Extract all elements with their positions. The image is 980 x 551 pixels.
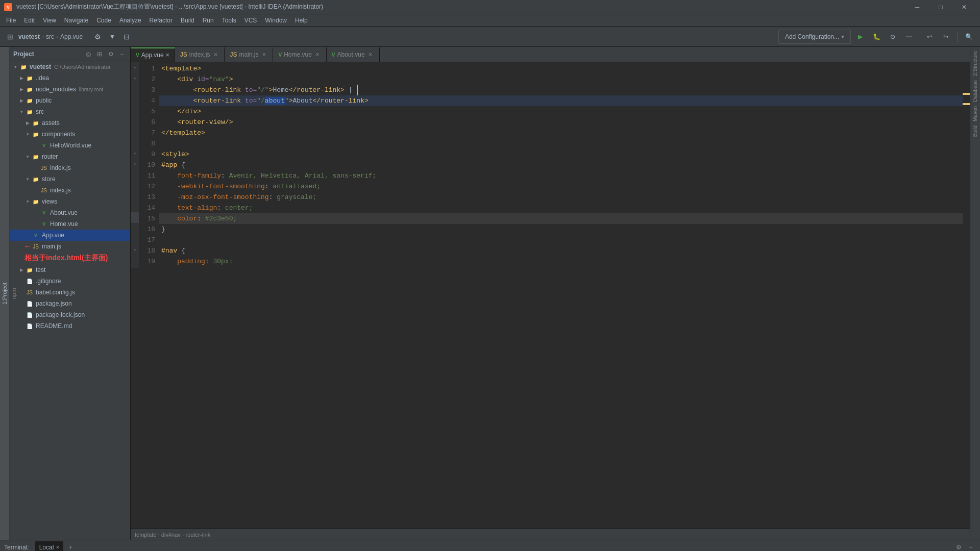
editor-content[interactable]: ▾ ▾ ▾ ▾ ▾ bbox=[131, 62, 970, 529]
search-btn[interactable]: 🔍 bbox=[962, 30, 976, 44]
bc-divnav[interactable]: div#nav bbox=[161, 532, 181, 538]
run-button[interactable]: ▶ bbox=[853, 30, 867, 44]
tab-close-about-vue[interactable]: × bbox=[367, 51, 374, 58]
tree-item-about-vue[interactable]: ▶ V About.vue bbox=[10, 207, 130, 218]
code-line-6: <router-view/> bbox=[159, 117, 963, 128]
code-line-11: font-family : Avenir, Helvetica, Arial, … bbox=[159, 170, 963, 181]
menu-run[interactable]: Run bbox=[199, 14, 218, 27]
menu-tools[interactable]: Tools bbox=[218, 14, 240, 27]
code-lines[interactable]: <template> <div id= "nav" > <router bbox=[159, 62, 963, 268]
tree-item-package-lock[interactable]: ▶ 📄 package-lock.json bbox=[10, 309, 130, 320]
menu-code[interactable]: Code bbox=[92, 14, 115, 27]
menu-file[interactable]: File bbox=[2, 14, 20, 27]
debug-button[interactable]: 🐛 bbox=[869, 30, 884, 44]
code-close-template: </template> bbox=[161, 128, 205, 138]
tab-modified-app-vue: × bbox=[166, 52, 169, 59]
code-val-color: #2c3e50; bbox=[205, 213, 237, 224]
tree-item-src[interactable]: ▾ 📁 src bbox=[10, 106, 130, 117]
toolbar-sidebar-btn[interactable]: ⊟ bbox=[120, 30, 133, 44]
terminal-tab-local[interactable]: Local × bbox=[35, 541, 64, 552]
bc-router-link[interactable]: router-link bbox=[185, 532, 210, 538]
tree-item-test[interactable]: ▶ 📁 test bbox=[10, 264, 130, 276]
minimize-button[interactable]: ─ bbox=[905, 0, 929, 14]
more-run-button[interactable]: ⋯ bbox=[902, 30, 916, 44]
code-attr-to2: to= bbox=[245, 95, 257, 106]
tab-index-js[interactable]: JS index.js × bbox=[175, 47, 225, 62]
gutter-warn-2 bbox=[963, 103, 970, 105]
tree-badge-node-modules: library root bbox=[79, 87, 103, 92]
tree-item-node-modules[interactable]: ▶ 📁 node_modules library root bbox=[10, 84, 130, 95]
tree-item-router[interactable]: ▾ 📁 router bbox=[10, 151, 130, 162]
fold-1[interactable]: ▾ bbox=[131, 62, 139, 73]
menu-analyze[interactable]: Analyze bbox=[115, 14, 145, 27]
panel-locate-btn[interactable]: ◎ bbox=[83, 49, 93, 59]
toolbar-settings-btn[interactable]: ⚙ bbox=[91, 30, 104, 44]
tab-about-vue[interactable]: V About.vue × bbox=[327, 47, 380, 62]
panel-expand-btn[interactable]: ⊞ bbox=[94, 49, 105, 59]
terminal-minimize-btn[interactable]: − bbox=[966, 542, 976, 552]
menu-refactor[interactable]: Refactor bbox=[145, 14, 177, 27]
tree-item-app-vue[interactable]: ▶ V App.vue bbox=[10, 230, 130, 241]
undo-btn[interactable]: ↩ bbox=[922, 30, 937, 44]
menu-window[interactable]: Window bbox=[261, 14, 291, 27]
tab-close-home-vue[interactable]: × bbox=[314, 51, 321, 58]
right-panel-label-structure[interactable]: 2:Structure bbox=[971, 49, 979, 78]
tree-item-home-vue[interactable]: ▶ V Home.vue bbox=[10, 218, 130, 230]
tree-item-store[interactable]: ▾ 📁 store bbox=[10, 173, 130, 185]
panel-close-btn[interactable]: − bbox=[117, 49, 127, 59]
tree-item-babel[interactable]: ▶ JS babel.config.js bbox=[10, 287, 130, 298]
fold-8 bbox=[131, 137, 139, 148]
tree-item-package[interactable]: ▶ 📄 package.json bbox=[10, 298, 130, 309]
tree-item-components[interactable]: ▾ 📁 components bbox=[10, 129, 130, 140]
tab-close-index-js[interactable]: × bbox=[212, 51, 219, 58]
right-panel-label-maven[interactable]: Maven bbox=[971, 104, 979, 123]
toolbar-toggle-btn[interactable]: ▼ bbox=[106, 30, 118, 44]
redo-btn[interactable]: ↪ bbox=[939, 30, 953, 44]
tree-item-public[interactable]: ▶ 📁 public bbox=[10, 95, 130, 106]
fold-6 bbox=[131, 116, 139, 127]
menu-vcs[interactable]: VCS bbox=[240, 14, 261, 27]
add-configuration-button[interactable]: Add Configuration... ▾ bbox=[778, 30, 851, 44]
tree-item-router-index[interactable]: ▶ JS index.js bbox=[10, 162, 130, 173]
tree-item-gitignore[interactable]: ▶ 📄 .gitignore bbox=[10, 276, 130, 287]
tree-item-root[interactable]: ▾ 📁 vuetest C:\Users\Administrator bbox=[10, 61, 130, 72]
tree-label-about-vue: About.vue bbox=[50, 209, 78, 216]
panel-label-npm[interactable]: npm bbox=[9, 47, 18, 540]
fold-2[interactable]: ▾ bbox=[131, 73, 139, 84]
code-selector-nav: #nav bbox=[161, 245, 181, 256]
tab-app-vue[interactable]: V App.vue × bbox=[131, 47, 175, 62]
panel-settings-btn[interactable]: ⚙ bbox=[106, 49, 116, 59]
menu-build[interactable]: Build bbox=[177, 14, 199, 27]
bc-template[interactable]: template bbox=[135, 532, 156, 538]
tree-item-assets[interactable]: ▶ 📁 assets bbox=[10, 117, 130, 129]
right-panel-label-build[interactable]: Build bbox=[971, 123, 979, 139]
tree-item-store-index[interactable]: ▶ JS index.js bbox=[10, 185, 130, 196]
terminal-tab-local-close[interactable]: × bbox=[56, 544, 59, 551]
fold-18[interactable]: ▾ bbox=[131, 244, 139, 255]
tree-item-idea[interactable]: ▶ 📁 .idea bbox=[10, 72, 130, 84]
tree-item-main-js[interactable]: ▶ JS main.js ← bbox=[10, 241, 130, 252]
tree-arrow-src: ▾ bbox=[18, 109, 24, 114]
tab-main-js[interactable]: JS main.js × bbox=[225, 47, 273, 62]
menu-help[interactable]: Help bbox=[291, 14, 312, 27]
tab-label-app-vue: App.vue bbox=[141, 52, 164, 59]
menu-navigate[interactable]: Navigate bbox=[60, 14, 92, 27]
terminal-add-tab-btn[interactable]: + bbox=[65, 542, 76, 552]
fold-9[interactable]: ▾ bbox=[131, 148, 139, 159]
tree-item-helloworld[interactable]: ▶ V HelloWorld.vue bbox=[10, 140, 130, 151]
tree-item-readme[interactable]: ▶ 📄 README.md bbox=[10, 320, 130, 332]
terminal-settings-btn[interactable]: ⚙ bbox=[953, 542, 964, 552]
tab-home-vue[interactable]: V Home.vue × bbox=[273, 47, 326, 62]
right-panel-label-database[interactable]: Database bbox=[971, 78, 979, 104]
fold-10[interactable]: ▾ bbox=[131, 159, 139, 169]
menu-view[interactable]: View bbox=[39, 14, 60, 27]
close-button[interactable]: ✕ bbox=[952, 0, 976, 14]
tree-icon-src: 📁 bbox=[26, 108, 34, 116]
maximize-button[interactable]: □ bbox=[929, 0, 952, 14]
run-coverage-button[interactable]: ⊙ bbox=[886, 30, 900, 44]
tree-item-views[interactable]: ▾ 📁 views bbox=[10, 196, 130, 207]
project-icon-btn[interactable]: ⊞ bbox=[4, 30, 16, 44]
tab-close-main-js[interactable]: × bbox=[260, 51, 267, 58]
panel-label-project[interactable]: 1:Project bbox=[0, 47, 9, 540]
menu-edit[interactable]: Edit bbox=[20, 14, 39, 27]
